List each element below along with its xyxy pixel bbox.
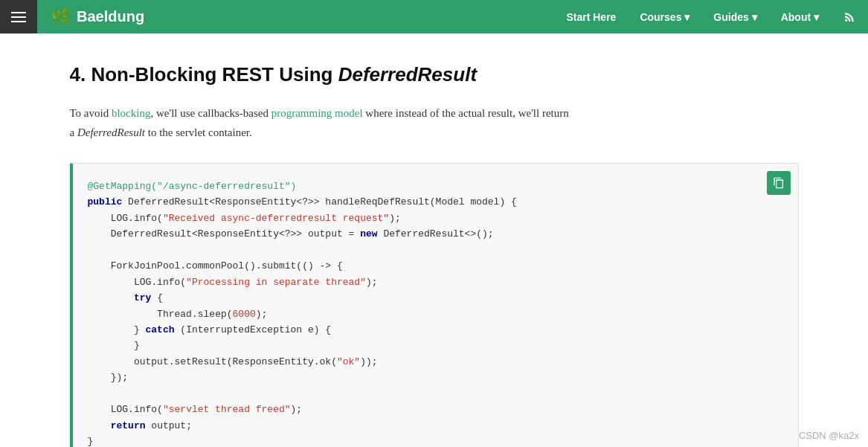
logo-link[interactable]: 🌿 Baeldung: [51, 7, 144, 27]
code-block: @GetMapping("/async-deferredresult") pub…: [70, 163, 799, 447]
logo-leaf-icon: 🌿: [51, 7, 71, 27]
section-title-plain: Non-Blocking REST Using: [86, 63, 338, 86]
watermark: CSDN @ka2x: [799, 430, 859, 441]
intro-paragraph: To avoid blocking, we'll use callbacks-b…: [70, 104, 799, 142]
intro-deferred-italic: DeferredResult: [77, 126, 145, 138]
navbar: 🌿 Baeldung Start Here Courses ▾ Guides ▾…: [0, 0, 868, 33]
intro-text-line2-before: a: [70, 126, 77, 138]
nav-link-about[interactable]: About ▾: [769, 0, 831, 33]
programming-model-link[interactable]: programming model: [271, 107, 363, 119]
section-number: 4.: [70, 63, 86, 86]
rss-icon[interactable]: [831, 0, 868, 33]
blocking-link[interactable]: blocking: [112, 107, 151, 119]
nav-link-guides[interactable]: Guides ▾: [701, 0, 768, 33]
section-heading: 4. Non-Blocking REST Using DeferredResul…: [70, 63, 799, 86]
intro-text-before-link1: To avoid: [70, 107, 112, 119]
nav-links: Start Here Courses ▾ Guides ▾ About ▾: [554, 0, 868, 33]
code-content: @GetMapping("/async-deferredresult") pub…: [88, 179, 761, 447]
nav-link-courses[interactable]: Courses ▾: [628, 0, 701, 33]
section-title-italic: DeferredResult: [338, 63, 477, 86]
copy-button[interactable]: [767, 171, 791, 195]
hamburger-button[interactable]: [0, 0, 37, 33]
intro-text-between: , we'll use callbacks-based: [150, 107, 271, 119]
hamburger-icon: [11, 12, 26, 22]
intro-text-end-line1: where instead of the actual result, we'l…: [363, 107, 569, 119]
nav-link-start-here[interactable]: Start Here: [554, 0, 628, 33]
logo-text: Baeldung: [77, 8, 144, 25]
main-content: 4. Non-Blocking REST Using DeferredResul…: [25, 33, 843, 447]
intro-text-line2-after: to the servlet container.: [145, 126, 252, 138]
